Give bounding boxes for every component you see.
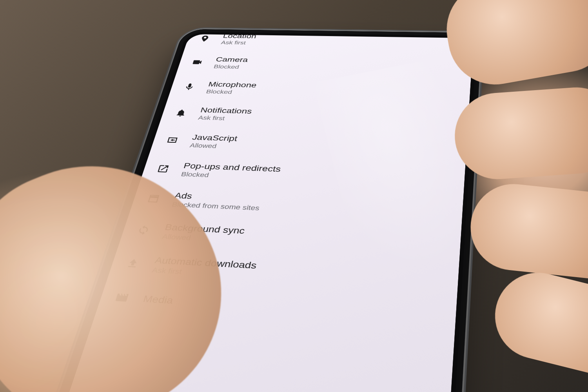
setting-subtitle: Blocked: [213, 64, 247, 70]
camera-icon: [189, 57, 206, 67]
setting-subtitle: Blocked: [205, 89, 255, 96]
setting-title: Microphone: [207, 80, 258, 89]
setting-subtitle: Allowed: [189, 142, 236, 150]
hand-finger: [486, 263, 588, 387]
setting-title: Location: [222, 34, 258, 40]
microphone-icon: [181, 82, 198, 92]
setting-text: Microphone Blocked: [205, 80, 258, 96]
setting-text: Pop-ups and redirects Blocked: [180, 162, 282, 181]
setting-text: Location Ask first: [220, 34, 257, 46]
setting-text: Notifications Ask first: [198, 106, 253, 122]
setting-subtitle: Ask first: [198, 115, 251, 122]
setting-subtitle: Ask first: [220, 40, 255, 46]
javascript-icon: [163, 134, 181, 146]
setting-text: Camera Blocked: [213, 56, 249, 70]
scene: Location Ask first Camera Blocked: [0, 0, 588, 392]
setting-text: JavaScript Allowed: [189, 133, 238, 150]
location-pin-icon: [196, 34, 213, 44]
popup-icon: [154, 162, 173, 175]
bell-icon: [172, 107, 190, 119]
setting-title: JavaScript: [191, 133, 238, 143]
hand-finger: [466, 180, 588, 283]
setting-title: Camera: [215, 56, 249, 64]
setting-title: Notifications: [200, 106, 253, 116]
